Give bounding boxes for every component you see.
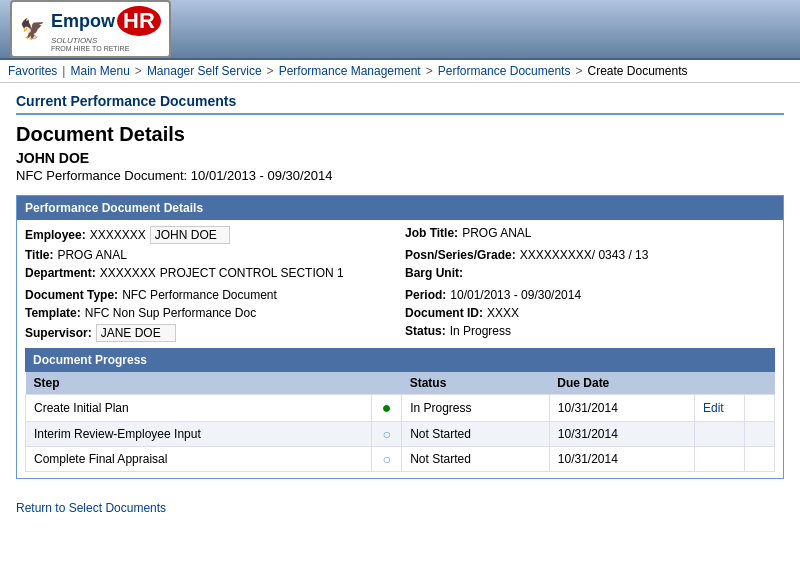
table-row: Interim Review-Employee Input○Not Starte… — [26, 422, 775, 447]
nav-arrow-4: > — [575, 64, 582, 78]
title-label: Title: — [25, 248, 53, 262]
dept-name: PROJECT CONTROL SECTION 1 — [160, 266, 344, 280]
job-title-label: Job Title: — [405, 226, 458, 240]
edit-cell — [695, 447, 745, 472]
logo-area: 🦅 Empow HR SOLUTIONS FROM HIRE TO RETIRE — [10, 0, 171, 58]
barg-label: Barg Unit: — [405, 266, 463, 280]
dept-id: XXXXXXX — [100, 266, 156, 280]
progress-section: Document Progress Step Status Due Date — [25, 348, 775, 472]
supervisor-value: JANE DOE — [96, 324, 176, 342]
extra-cell — [745, 447, 775, 472]
col-step: Step — [26, 372, 372, 395]
progress-table: Step Status Due Date Create Initial Plan… — [25, 372, 775, 472]
template-label: Template: — [25, 306, 81, 320]
period-label: Period: — [405, 288, 446, 302]
person-name: JOHN DOE — [16, 150, 784, 166]
extra-cell — [745, 422, 775, 447]
supervisor-label: Supervisor: — [25, 326, 92, 340]
nav-main-menu[interactable]: Main Menu — [70, 64, 129, 78]
nav-create-documents: Create Documents — [587, 64, 687, 78]
nav-arrow-2: > — [267, 64, 274, 78]
details-header: Performance Document Details — [17, 196, 783, 220]
circle-icon: ○ — [382, 426, 390, 442]
due-date-cell: 10/31/2014 — [549, 422, 694, 447]
dept-label: Department: — [25, 266, 96, 280]
employee-id: XXXXXXX — [90, 228, 146, 242]
green-dot-icon: ● — [382, 399, 392, 416]
step-cell: Create Initial Plan — [26, 395, 372, 422]
table-row: Create Initial Plan●In Progress10/31/201… — [26, 395, 775, 422]
template-value: NFC Non Sup Performance Doc — [85, 306, 256, 320]
step-cell: Interim Review-Employee Input — [26, 422, 372, 447]
progress-header: Document Progress — [25, 348, 775, 372]
table-row: Complete Final Appraisal○Not Started10/3… — [26, 447, 775, 472]
status-cell: In Progress — [402, 395, 550, 422]
eagle-icon: 🦅 — [20, 17, 45, 41]
status-icon-cell: ○ — [372, 447, 402, 472]
col-due-date: Due Date — [549, 372, 694, 395]
edit-cell[interactable]: Edit — [695, 395, 745, 422]
status-label: Status: — [405, 324, 446, 338]
period-value: 10/01/2013 - 09/30/2014 — [450, 288, 581, 302]
page-header: 🦅 Empow HR SOLUTIONS FROM HIRE TO RETIRE — [0, 0, 800, 60]
circle-icon: ○ — [382, 451, 390, 467]
logo-empow: Empow — [51, 11, 115, 32]
posn-value: XXXXXXXXX/ 0343 / 13 — [520, 248, 649, 262]
col-status-icon — [372, 372, 402, 395]
logo-box: 🦅 Empow HR SOLUTIONS FROM HIRE TO RETIRE — [10, 0, 171, 58]
status-icon-cell: ● — [372, 395, 402, 422]
nav-favorites[interactable]: Favorites — [8, 64, 57, 78]
status-icon-cell: ○ — [372, 422, 402, 447]
extra-cell — [745, 395, 775, 422]
breadcrumb-nav: Favorites | Main Menu > Manager Self Ser… — [0, 60, 800, 83]
doc-type: NFC Performance Document — [122, 288, 277, 302]
posn-label: Posn/Series/Grade: — [405, 248, 516, 262]
edit-cell — [695, 422, 745, 447]
job-title: PROG ANAL — [462, 226, 531, 240]
status-value: In Progress — [450, 324, 511, 338]
doc-period: NFC Performance Document: 10/01/2013 - 0… — [16, 168, 784, 183]
edit-link[interactable]: Edit — [703, 401, 724, 415]
employee-label: Employee: — [25, 228, 86, 242]
logo-solutions: SOLUTIONS — [51, 36, 161, 45]
doc-id: XXXX — [487, 306, 519, 320]
main-content: Current Performance Documents Document D… — [0, 83, 800, 525]
title-value: PROG ANAL — [57, 248, 126, 262]
nav-performance-documents[interactable]: Performance Documents — [438, 64, 571, 78]
due-date-cell: 10/31/2014 — [549, 447, 694, 472]
return-link[interactable]: Return to Select Documents — [16, 501, 166, 515]
col-status: Status — [402, 372, 550, 395]
status-cell: Not Started — [402, 447, 550, 472]
doc-id-label: Document ID: — [405, 306, 483, 320]
employee-name: JOHN DOE — [150, 226, 230, 244]
performance-document-details: Performance Document Details Employee: X… — [16, 195, 784, 479]
due-date-cell: 10/31/2014 — [549, 395, 694, 422]
nav-manager-self-service[interactable]: Manager Self Service — [147, 64, 262, 78]
nav-sep-1: | — [62, 64, 65, 78]
nav-performance-management[interactable]: Performance Management — [279, 64, 421, 78]
nav-arrow-3: > — [426, 64, 433, 78]
page-title: Document Details — [16, 123, 784, 146]
section-title: Current Performance Documents — [16, 93, 784, 115]
logo-hr: HR — [117, 6, 161, 36]
doc-type-label: Document Type: — [25, 288, 118, 302]
col-extra — [745, 372, 775, 395]
nav-arrow-1: > — [135, 64, 142, 78]
status-cell: Not Started — [402, 422, 550, 447]
logo-tagline: FROM HIRE TO RETIRE — [51, 45, 161, 52]
step-cell: Complete Final Appraisal — [26, 447, 372, 472]
logo-text: Empow HR SOLUTIONS FROM HIRE TO RETIRE — [51, 6, 161, 52]
col-action — [695, 372, 745, 395]
